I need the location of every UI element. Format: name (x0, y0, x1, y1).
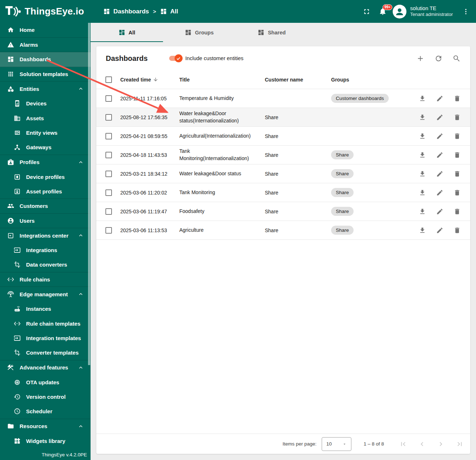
sidebar-item-solution-templates[interactable]: Solution templates (0, 67, 91, 82)
chevron-up-icon[interactable] (77, 423, 85, 430)
delete-button[interactable] (454, 227, 461, 234)
sidebar-item-device-profiles[interactable]: Device profiles (0, 170, 91, 184)
delete-button[interactable] (454, 151, 461, 159)
edit-button[interactable] (436, 208, 443, 215)
sidebar-item-alarms[interactable]: Alarms (0, 38, 91, 53)
table-row[interactable]: 2025-08-12 17:56:35 Water leakage&Door s… (96, 108, 470, 127)
search-button[interactable] (452, 54, 461, 63)
sidebar-item-dashboards[interactable]: Dashboards (0, 52, 91, 67)
toggle-switch[interactable] (168, 54, 183, 62)
sidebar-item-ota-updates[interactable]: OTA updates (0, 375, 91, 390)
download-button[interactable] (419, 151, 426, 159)
sidebar-item-entities[interactable]: Entities (0, 81, 91, 96)
group-chip[interactable]: Customer dashboards (331, 94, 389, 103)
notifications-button[interactable]: 99+ (375, 4, 391, 20)
table-row[interactable]: 2025-03-06 11:19:47 Foodsafety Share Sha… (96, 202, 470, 221)
row-checkbox[interactable] (105, 227, 112, 234)
row-checkbox[interactable] (105, 208, 112, 215)
fullscreen-button[interactable] (359, 4, 375, 20)
delete-button[interactable] (454, 133, 461, 140)
row-checkbox[interactable] (105, 171, 112, 177)
download-button[interactable] (419, 95, 426, 102)
sidebar-item-entity-views[interactable]: Entity views (0, 126, 91, 141)
delete-button[interactable] (454, 208, 461, 215)
sidebar-item-integrations[interactable]: Integrations (0, 243, 91, 258)
edit-button[interactable] (436, 114, 443, 121)
last-page-button[interactable] (456, 440, 464, 448)
avatar[interactable] (393, 5, 406, 18)
sidebar-item-rule-chains[interactable]: Rule chains (0, 272, 91, 287)
download-button[interactable] (419, 133, 426, 140)
sidebar-item-advanced-features[interactable]: Advanced features (0, 360, 91, 375)
sidebar-item-devices[interactable]: Devices (0, 96, 91, 111)
sidebar-item-profiles[interactable]: Profiles (0, 155, 91, 170)
table-row[interactable]: 2025-03-06 11:20:02 Tank Monitoring Shar… (96, 183, 470, 202)
items-per-page-select[interactable]: 10 (322, 437, 351, 451)
row-checkbox[interactable] (105, 95, 112, 102)
column-created-time[interactable]: Created time (120, 77, 179, 83)
sidebar-item-gateways[interactable]: Gateways (0, 140, 91, 155)
delete-button[interactable] (454, 170, 461, 177)
row-checkbox[interactable] (105, 114, 112, 121)
add-button[interactable] (416, 54, 425, 63)
sidebar-item-widgets-library[interactable]: Widgets library (0, 434, 91, 448)
chevron-up-icon[interactable] (77, 159, 85, 166)
tab-all[interactable]: All (91, 23, 163, 42)
sidebar-item-data-converters[interactable]: Data converters (0, 258, 91, 272)
sidebar-item-users[interactable]: Users (0, 214, 91, 229)
chevron-up-icon[interactable] (77, 364, 85, 371)
sidebar-item-instances[interactable]: Instances (0, 302, 91, 317)
edit-button[interactable] (436, 189, 443, 196)
sidebar-item-scheduler[interactable]: Scheduler (0, 404, 91, 419)
first-page-button[interactable] (399, 440, 407, 448)
include-customer-entities-toggle[interactable]: Include customer entities (168, 54, 243, 62)
sidebar-item-edge-management[interactable]: Edge management (0, 287, 91, 302)
sidebar-item-resources[interactable]: Resources (0, 419, 91, 434)
breadcrumb-dashboards[interactable]: Dashboards (103, 8, 149, 15)
prev-page-button[interactable] (418, 440, 426, 448)
download-button[interactable] (419, 227, 426, 234)
user-info[interactable]: solution TE Tenant administrator (410, 5, 453, 17)
sidebar-scrollbar[interactable] (88, 23, 90, 365)
tab-groups[interactable]: Groups (163, 23, 235, 42)
refresh-button[interactable] (434, 54, 443, 63)
column-title[interactable]: Title (179, 77, 265, 83)
table-row[interactable]: 2025-03-06 11:13:53 Agriculture Share Sh… (96, 221, 470, 240)
row-checkbox[interactable] (105, 133, 112, 139)
row-checkbox[interactable] (105, 189, 112, 196)
edit-button[interactable] (436, 133, 443, 140)
table-row[interactable]: 2025-04-21 08:59:55 Agricultural(Interna… (96, 127, 470, 146)
sidebar-item-converter-templates[interactable]: Converter templates (0, 346, 91, 360)
sidebar-item-version-control[interactable]: Version control (0, 390, 91, 405)
sidebar-item-customers[interactable]: Customers (0, 199, 91, 214)
chevron-up-icon[interactable] (77, 291, 85, 297)
table-row[interactable]: 2025-04-18 11:43:53 Tank Monitoring(Inte… (96, 146, 470, 164)
chevron-up-icon[interactable] (77, 232, 85, 239)
group-chip[interactable]: Share (331, 150, 354, 159)
edit-button[interactable] (436, 95, 443, 102)
select-all-checkbox[interactable] (105, 76, 112, 83)
chevron-up-icon[interactable] (77, 85, 85, 92)
download-button[interactable] (419, 208, 426, 215)
sidebar-item-assets[interactable]: Assets (0, 111, 91, 126)
group-chip[interactable]: Share (331, 188, 354, 197)
column-groups[interactable]: Groups (331, 77, 413, 83)
download-button[interactable] (419, 170, 426, 177)
delete-button[interactable] (454, 189, 461, 196)
row-checkbox[interactable] (105, 152, 112, 158)
sidebar-item-asset-profiles[interactable]: Asset profiles (0, 184, 91, 199)
download-button[interactable] (419, 189, 426, 196)
group-chip[interactable]: Share (331, 207, 354, 216)
sidebar-item-integrations-center[interactable]: Integrations center (0, 228, 91, 243)
delete-button[interactable] (454, 95, 461, 102)
sidebar-item-home[interactable]: Home (0, 23, 91, 38)
next-page-button[interactable] (437, 440, 445, 448)
delete-button[interactable] (454, 114, 461, 121)
table-row[interactable]: 2025-03-21 18:34:12 Water leakage&Door s… (96, 164, 470, 183)
breadcrumb-all[interactable]: All (160, 8, 178, 15)
edit-button[interactable] (436, 227, 443, 234)
group-chip[interactable]: Share (331, 226, 354, 235)
sidebar-item-integration-templates[interactable]: Integration templates (0, 331, 91, 346)
group-chip[interactable]: Share (331, 169, 354, 178)
edit-button[interactable] (436, 151, 443, 159)
